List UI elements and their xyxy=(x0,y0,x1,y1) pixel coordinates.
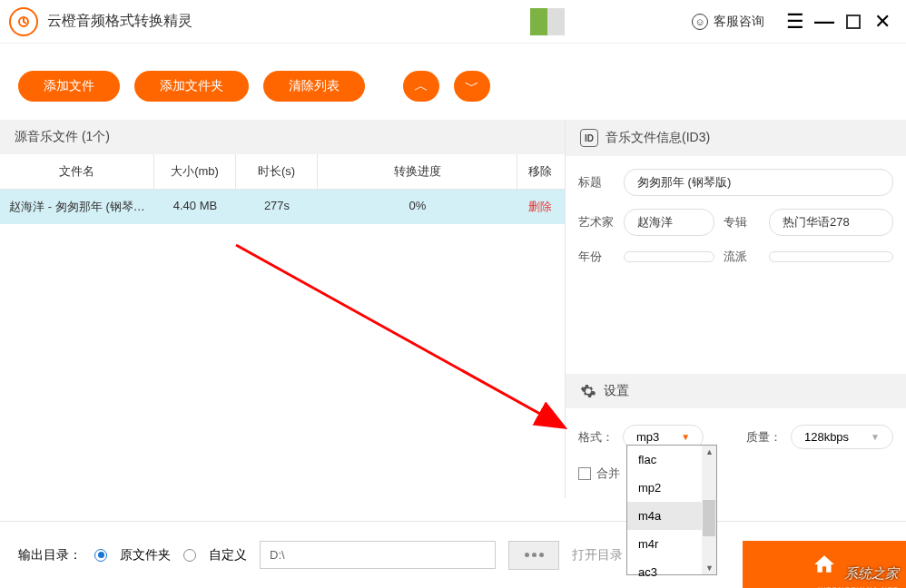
output-path-input[interactable] xyxy=(260,541,496,569)
artist-field[interactable]: 赵海洋 xyxy=(624,209,714,236)
format-label: 格式： xyxy=(578,429,614,446)
custom-folder-radio[interactable] xyxy=(183,549,196,562)
dots-icon xyxy=(525,553,529,557)
album-field[interactable]: 热门华语278 xyxy=(769,209,893,236)
app-title: 云橙音频格式转换精灵 xyxy=(47,12,530,31)
col-progress: 转换进度 xyxy=(318,154,517,189)
col-size: 大小(mb) xyxy=(154,154,236,189)
caret-down-icon: ▼ xyxy=(871,432,880,442)
user-avatar[interactable] xyxy=(530,8,565,35)
watermark-text: 系统之家 xyxy=(844,565,899,583)
cell-progress: 0% xyxy=(318,190,517,224)
add-file-button[interactable]: 添加文件 xyxy=(18,71,120,102)
cell-size: 4.40 MB xyxy=(154,190,236,224)
caret-down-icon: ▼ xyxy=(681,432,690,442)
house-icon xyxy=(812,553,836,576)
cell-filename: 赵海洋 - 匆匆那年 (钢琴… xyxy=(0,190,154,224)
dropdown-scrollbar[interactable]: ▲ ▼ xyxy=(702,446,716,574)
quality-select[interactable]: 128kbps ▼ xyxy=(791,425,893,449)
title-field[interactable]: 匆匆那年 (钢琴版) xyxy=(624,169,893,196)
smile-icon: ☺ xyxy=(692,14,708,30)
scroll-thumb[interactable] xyxy=(703,500,715,536)
left-pane: 源音乐文件 (1个) 文件名 大小(mb) 时长(s) 转换进度 移除 赵海洋 … xyxy=(0,120,565,498)
open-dir-link[interactable]: 打开目录 xyxy=(572,547,623,564)
gear-icon xyxy=(580,383,596,399)
col-filename: 文件名 xyxy=(0,154,154,189)
support-label: 客服咨询 xyxy=(714,14,764,30)
source-files-header: 源音乐文件 (1个) xyxy=(0,120,565,154)
app-logo-icon xyxy=(9,7,38,36)
move-down-button[interactable]: ﹀ xyxy=(454,71,490,102)
format-value: mp3 xyxy=(636,430,659,444)
delete-row-button[interactable]: 删除 xyxy=(517,190,563,224)
maximize-button[interactable] xyxy=(839,7,868,36)
year-field[interactable] xyxy=(624,251,714,262)
titlebar: 云橙音频格式转换精灵 ☺ 客服咨询 xyxy=(0,0,906,44)
title-label: 标题 xyxy=(578,174,615,191)
table-header: 文件名 大小(mb) 时长(s) 转换进度 移除 xyxy=(0,154,565,190)
info-header-label: 音乐文件信息(ID3) xyxy=(606,130,710,146)
scroll-up-icon: ▲ xyxy=(705,447,714,456)
main-content: 源音乐文件 (1个) 文件名 大小(mb) 时长(s) 转换进度 移除 赵海洋 … xyxy=(0,120,906,498)
custom-folder-label: 自定义 xyxy=(209,547,247,564)
genre-label: 流派 xyxy=(724,249,760,265)
quality-label: 质量： xyxy=(746,429,782,446)
chevron-up-icon: ︿ xyxy=(414,77,428,96)
right-pane: ID 音乐文件信息(ID3) 标题 匆匆那年 (钢琴版) 艺术家 赵海洋 专辑 … xyxy=(565,120,906,498)
scroll-down-icon: ▼ xyxy=(705,564,714,573)
clear-list-button[interactable]: 清除列表 xyxy=(263,71,365,102)
original-folder-radio[interactable] xyxy=(94,549,107,562)
menu-button[interactable] xyxy=(781,7,810,36)
format-dropdown: flac mp2 m4a m4r ac3 ▲ ▼ xyxy=(626,445,717,575)
minimize-button[interactable] xyxy=(810,7,839,36)
footer: 输出目录： 原文件夹 自定义 打开目录 系统之家 XITONGZHIJIA.NE… xyxy=(0,521,906,588)
move-up-button[interactable]: ︿ xyxy=(403,71,439,102)
cell-duration: 277s xyxy=(236,190,318,224)
chevron-down-icon: ﹀ xyxy=(465,77,479,96)
album-label: 专辑 xyxy=(724,214,760,230)
output-dir-label: 输出目录： xyxy=(18,547,82,564)
settings-header: 设置 xyxy=(566,374,906,408)
table-row[interactable]: 赵海洋 - 匆匆那年 (钢琴… 4.40 MB 277s 0% 删除 xyxy=(0,190,565,224)
col-duration: 时长(s) xyxy=(236,154,318,189)
artist-label: 艺术家 xyxy=(578,214,615,230)
start-convert-button[interactable]: 系统之家 XITONGZHIJIA.NET xyxy=(743,541,906,588)
year-label: 年份 xyxy=(578,249,615,265)
support-link[interactable]: ☺ 客服咨询 xyxy=(692,14,764,30)
genre-field[interactable] xyxy=(769,251,893,262)
merge-checkbox[interactable] xyxy=(578,467,591,480)
merge-label: 合并 xyxy=(596,466,620,482)
original-folder-label: 原文件夹 xyxy=(120,547,171,564)
close-button[interactable] xyxy=(868,7,897,36)
add-folder-button[interactable]: 添加文件夹 xyxy=(134,71,249,102)
col-remove: 移除 xyxy=(517,154,563,189)
toolbar: 添加文件 添加文件夹 清除列表 ︿ ﹀ xyxy=(0,44,906,120)
settings-header-label: 设置 xyxy=(604,383,629,399)
browse-button[interactable] xyxy=(508,541,559,570)
quality-value: 128kbps xyxy=(804,430,849,444)
info-header: ID 音乐文件信息(ID3) xyxy=(566,120,906,156)
id3-icon: ID xyxy=(580,129,598,147)
